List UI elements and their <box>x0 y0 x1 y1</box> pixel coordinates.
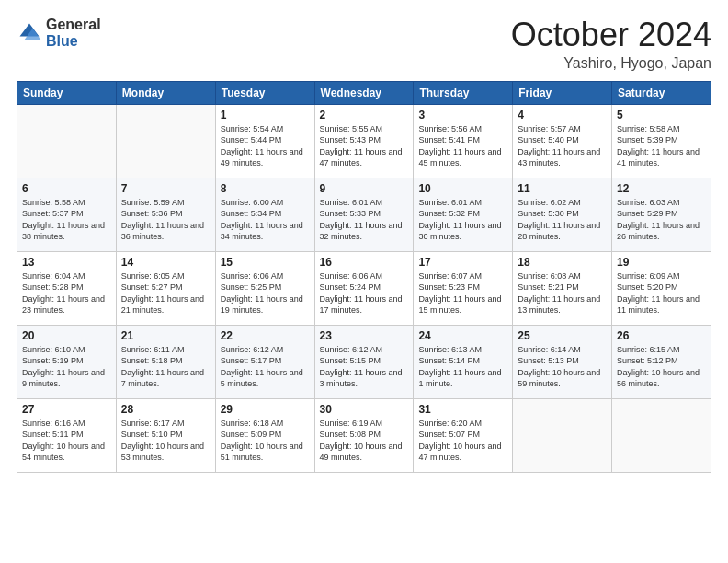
title-block: October 2024 Yashiro, Hyogo, Japan <box>511 17 711 72</box>
cell-2-4: 9Sunrise: 6:01 AM Sunset: 5:33 PM Daylig… <box>314 178 414 251</box>
cell-5-7 <box>612 398 711 472</box>
day-number: 5 <box>617 109 706 121</box>
cell-2-3: 8Sunrise: 6:00 AM Sunset: 5:34 PM Daylig… <box>215 178 314 251</box>
day-info: Sunrise: 6:12 AM Sunset: 5:17 PM Dayligh… <box>221 344 310 390</box>
day-info: Sunrise: 6:13 AM Sunset: 5:14 PM Dayligh… <box>418 344 507 390</box>
cell-5-6 <box>513 398 612 472</box>
day-info: Sunrise: 6:14 AM Sunset: 5:13 PM Dayligh… <box>518 344 607 390</box>
cell-3-7: 19Sunrise: 6:09 AM Sunset: 5:20 PM Dayli… <box>612 251 711 325</box>
calendar-table: Sunday Monday Tuesday Wednesday Thursday… <box>17 81 711 473</box>
day-info: Sunrise: 6:05 AM Sunset: 5:27 PM Dayligh… <box>121 270 210 316</box>
cell-1-2 <box>116 104 215 178</box>
day-number: 16 <box>320 256 409 269</box>
day-info: Sunrise: 6:17 AM Sunset: 5:10 PM Dayligh… <box>121 418 210 464</box>
cell-3-1: 13Sunrise: 6:04 AM Sunset: 5:28 PM Dayli… <box>17 251 117 325</box>
header: General Blue October 2024 Yashiro, Hyogo… <box>17 17 711 72</box>
day-info: Sunrise: 6:01 AM Sunset: 5:32 PM Dayligh… <box>418 197 507 243</box>
day-number: 20 <box>22 329 111 342</box>
cell-4-7: 26Sunrise: 6:15 AM Sunset: 5:12 PM Dayli… <box>612 325 711 398</box>
day-info: Sunrise: 6:10 AM Sunset: 5:19 PM Dayligh… <box>22 344 111 390</box>
day-number: 8 <box>221 182 310 195</box>
logo-blue-text: Blue <box>46 33 101 50</box>
day-number: 17 <box>418 256 507 269</box>
week-row-5: 27Sunrise: 6:16 AM Sunset: 5:11 PM Dayli… <box>17 398 711 472</box>
day-info: Sunrise: 5:56 AM Sunset: 5:41 PM Dayligh… <box>418 123 507 169</box>
day-info: Sunrise: 6:08 AM Sunset: 5:21 PM Dayligh… <box>518 270 607 316</box>
cell-2-6: 11Sunrise: 6:02 AM Sunset: 5:30 PM Dayli… <box>513 178 612 251</box>
day-info: Sunrise: 6:04 AM Sunset: 5:28 PM Dayligh… <box>22 270 111 316</box>
day-number: 10 <box>418 182 507 195</box>
cell-2-5: 10Sunrise: 6:01 AM Sunset: 5:32 PM Dayli… <box>414 178 513 251</box>
cell-4-5: 24Sunrise: 6:13 AM Sunset: 5:14 PM Dayli… <box>414 325 513 398</box>
day-number: 7 <box>121 182 210 195</box>
header-wednesday: Wednesday <box>314 81 414 104</box>
day-number: 19 <box>617 256 706 269</box>
day-info: Sunrise: 5:58 AM Sunset: 5:37 PM Dayligh… <box>22 197 111 243</box>
day-info: Sunrise: 6:16 AM Sunset: 5:11 PM Dayligh… <box>22 418 111 464</box>
day-number: 26 <box>617 329 706 342</box>
header-monday: Monday <box>116 81 215 104</box>
day-number: 13 <box>22 256 111 269</box>
day-number: 15 <box>221 256 310 269</box>
day-number: 24 <box>418 329 507 342</box>
cell-5-4: 30Sunrise: 6:19 AM Sunset: 5:08 PM Dayli… <box>314 398 414 472</box>
header-thursday: Thursday <box>414 81 513 104</box>
day-info: Sunrise: 6:19 AM Sunset: 5:08 PM Dayligh… <box>320 418 409 464</box>
day-info: Sunrise: 6:20 AM Sunset: 5:07 PM Dayligh… <box>418 418 507 464</box>
day-number: 28 <box>121 403 210 416</box>
cell-1-6: 4Sunrise: 5:57 AM Sunset: 5:40 PM Daylig… <box>513 104 612 178</box>
page: General Blue October 2024 Yashiro, Hyogo… <box>0 0 728 563</box>
cell-3-3: 15Sunrise: 6:06 AM Sunset: 5:25 PM Dayli… <box>215 251 314 325</box>
day-number: 1 <box>221 109 310 121</box>
week-row-2: 6Sunrise: 5:58 AM Sunset: 5:37 PM Daylig… <box>17 178 711 251</box>
weekday-header-row: Sunday Monday Tuesday Wednesday Thursday… <box>17 81 711 104</box>
cell-2-1: 6Sunrise: 5:58 AM Sunset: 5:37 PM Daylig… <box>17 178 117 251</box>
cell-3-4: 16Sunrise: 6:06 AM Sunset: 5:24 PM Dayli… <box>314 251 414 325</box>
day-number: 14 <box>121 256 210 269</box>
day-info: Sunrise: 5:57 AM Sunset: 5:40 PM Dayligh… <box>518 123 607 169</box>
month-title: October 2024 <box>511 17 711 53</box>
day-info: Sunrise: 6:03 AM Sunset: 5:29 PM Dayligh… <box>617 197 706 243</box>
cell-2-7: 12Sunrise: 6:03 AM Sunset: 5:29 PM Dayli… <box>612 178 711 251</box>
cell-5-3: 29Sunrise: 6:18 AM Sunset: 5:09 PM Dayli… <box>215 398 314 472</box>
logo-general-text: General <box>46 17 101 33</box>
day-number: 25 <box>518 329 607 342</box>
header-saturday: Saturday <box>612 81 711 104</box>
cell-4-3: 22Sunrise: 6:12 AM Sunset: 5:17 PM Dayli… <box>215 325 314 398</box>
cell-4-4: 23Sunrise: 6:12 AM Sunset: 5:15 PM Dayli… <box>314 325 414 398</box>
day-info: Sunrise: 5:59 AM Sunset: 5:36 PM Dayligh… <box>121 197 210 243</box>
logo: General Blue <box>17 17 101 49</box>
cell-1-3: 1Sunrise: 5:54 AM Sunset: 5:44 PM Daylig… <box>215 104 314 178</box>
day-number: 12 <box>617 182 706 195</box>
day-info: Sunrise: 6:06 AM Sunset: 5:25 PM Dayligh… <box>221 270 310 316</box>
cell-1-4: 2Sunrise: 5:55 AM Sunset: 5:43 PM Daylig… <box>314 104 414 178</box>
logo-text: General Blue <box>46 17 101 49</box>
header-sunday: Sunday <box>17 81 117 104</box>
header-friday: Friday <box>513 81 612 104</box>
day-number: 11 <box>518 182 607 195</box>
day-number: 23 <box>320 329 409 342</box>
day-number: 18 <box>518 256 607 269</box>
day-info: Sunrise: 6:02 AM Sunset: 5:30 PM Dayligh… <box>518 197 607 243</box>
cell-5-1: 27Sunrise: 6:16 AM Sunset: 5:11 PM Dayli… <box>17 398 117 472</box>
day-number: 21 <box>121 329 210 342</box>
day-info: Sunrise: 5:54 AM Sunset: 5:44 PM Dayligh… <box>221 123 310 169</box>
day-info: Sunrise: 6:18 AM Sunset: 5:09 PM Dayligh… <box>221 418 310 464</box>
day-info: Sunrise: 5:58 AM Sunset: 5:39 PM Dayligh… <box>617 123 706 169</box>
cell-1-7: 5Sunrise: 5:58 AM Sunset: 5:39 PM Daylig… <box>612 104 711 178</box>
day-info: Sunrise: 6:09 AM Sunset: 5:20 PM Dayligh… <box>617 270 706 316</box>
day-number: 29 <box>221 403 310 416</box>
cell-4-6: 25Sunrise: 6:14 AM Sunset: 5:13 PM Dayli… <box>513 325 612 398</box>
cell-5-5: 31Sunrise: 6:20 AM Sunset: 5:07 PM Dayli… <box>414 398 513 472</box>
day-info: Sunrise: 6:15 AM Sunset: 5:12 PM Dayligh… <box>617 344 706 390</box>
day-info: Sunrise: 6:07 AM Sunset: 5:23 PM Dayligh… <box>418 270 507 316</box>
day-number: 30 <box>320 403 409 416</box>
logo-icon <box>17 20 42 46</box>
week-row-1: 1Sunrise: 5:54 AM Sunset: 5:44 PM Daylig… <box>17 104 711 178</box>
cell-3-6: 18Sunrise: 6:08 AM Sunset: 5:21 PM Dayli… <box>513 251 612 325</box>
week-row-4: 20Sunrise: 6:10 AM Sunset: 5:19 PM Dayli… <box>17 325 711 398</box>
day-info: Sunrise: 6:12 AM Sunset: 5:15 PM Dayligh… <box>320 344 409 390</box>
cell-4-1: 20Sunrise: 6:10 AM Sunset: 5:19 PM Dayli… <box>17 325 117 398</box>
day-info: Sunrise: 5:55 AM Sunset: 5:43 PM Dayligh… <box>320 123 409 169</box>
cell-2-2: 7Sunrise: 5:59 AM Sunset: 5:36 PM Daylig… <box>116 178 215 251</box>
